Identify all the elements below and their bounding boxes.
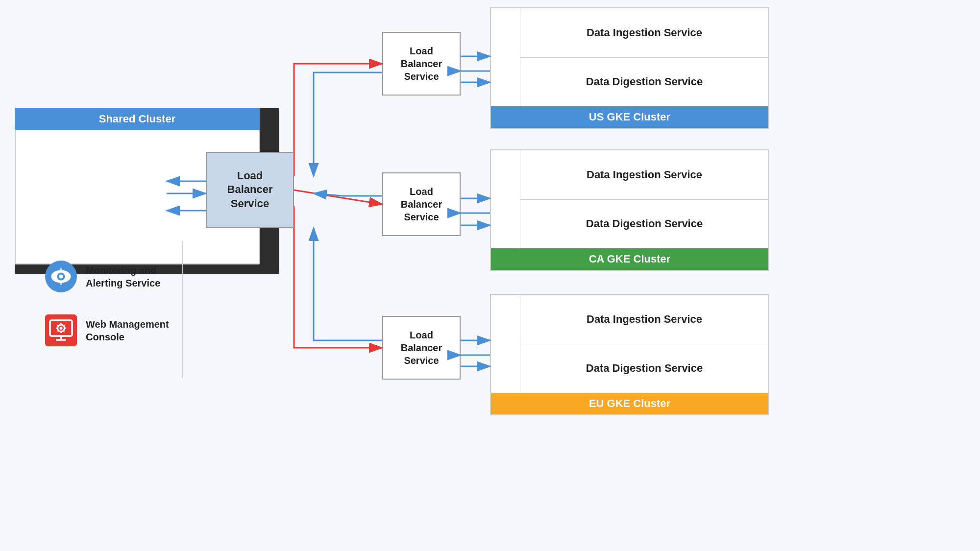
regional-lb-2: LoadBalancerService	[382, 172, 461, 236]
ca-service-2: Data Digestion Service	[520, 200, 768, 249]
regional-lb-1: LoadBalancerService	[382, 32, 461, 96]
eu-ingestion-label: Data Ingestion Service	[587, 313, 702, 326]
eu-cluster-title: EU GKE Cluster	[589, 397, 670, 410]
us-digestion-label: Data Digestion Service	[586, 75, 703, 88]
diagram: Shared Cluster Monitoring and	[0, 0, 980, 551]
monitoring-line1: Monitoring and	[86, 265, 156, 276]
eu-cluster-label: EU GKE Cluster	[491, 393, 768, 414]
us-cluster-label: US GKE Cluster	[491, 106, 768, 128]
ca-cluster-title: CA GKE Cluster	[589, 253, 671, 265]
web-console-line1: Web Management	[86, 319, 169, 330]
central-lb-label: Load Balancer Service	[227, 169, 273, 211]
eu-service-1: Data Ingestion Service	[520, 295, 768, 344]
web-console-icon	[45, 314, 77, 346]
ca-cluster-label: CA GKE Cluster	[491, 248, 768, 270]
cluster-divider	[182, 241, 183, 378]
shared-cluster-label: Shared Cluster	[15, 108, 260, 130]
svg-line-17	[64, 331, 65, 332]
gke-left-partition-us	[491, 8, 520, 106]
regional-lb-2-label: LoadBalancerService	[401, 185, 442, 223]
regional-lb-1-label: LoadBalancerService	[401, 45, 442, 83]
regional-lb-3: LoadBalancerService	[382, 316, 461, 380]
eu-service-2: Data Digestion Service	[520, 344, 768, 393]
us-service-1: Data Ingestion Service	[520, 8, 768, 58]
gke-left-partition-eu	[491, 295, 520, 393]
monitoring-line2: Alerting Service	[86, 278, 160, 288]
gke-cluster-ca: Data Ingestion Service Data Digestion Se…	[490, 149, 769, 271]
gke-left-partition-ca	[491, 150, 520, 248]
gke-cluster-eu: Data Ingestion Service Data Digestion Se…	[490, 294, 769, 415]
central-load-balancer: Load Balancer Service	[206, 152, 294, 228]
monitoring-text: Monitoring and Alerting Service	[86, 264, 160, 289]
svg-line-16	[57, 325, 58, 326]
gke-cluster-us: Data Ingestion Service Data Digestion Se…	[490, 7, 769, 129]
svg-line-18	[64, 325, 65, 326]
svg-point-11	[60, 327, 63, 330]
ca-service-1: Data Ingestion Service	[520, 150, 768, 200]
monitoring-icon	[45, 261, 77, 292]
us-ingestion-label: Data Ingestion Service	[587, 26, 702, 39]
web-console-line2: Console	[86, 332, 124, 342]
svg-line-19	[57, 331, 58, 332]
web-console-text: Web Management Console	[86, 318, 169, 343]
svg-point-3	[59, 275, 63, 279]
us-service-2: Data Digestion Service	[520, 58, 768, 107]
ca-digestion-label: Data Digestion Service	[586, 217, 703, 230]
us-cluster-title: US GKE Cluster	[589, 111, 670, 123]
shared-cluster-title: Shared Cluster	[99, 113, 176, 125]
monitoring-service: Monitoring and Alerting Service	[45, 261, 160, 292]
regional-lb-3-label: LoadBalancerService	[401, 329, 442, 367]
web-console-service: Web Management Console	[45, 314, 169, 346]
eu-digestion-label: Data Digestion Service	[586, 362, 703, 375]
ca-ingestion-label: Data Ingestion Service	[587, 168, 702, 181]
